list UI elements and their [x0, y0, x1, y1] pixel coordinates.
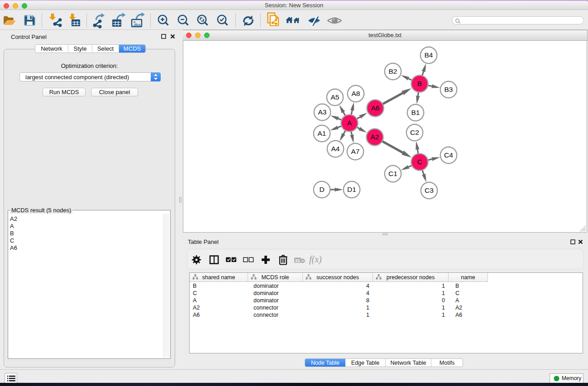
svg-text:A1: A1: [318, 129, 326, 137]
svg-text:A5: A5: [331, 93, 339, 101]
svg-text:A7: A7: [351, 148, 360, 155]
svg-text:C3: C3: [425, 186, 434, 194]
svg-text:D: D: [319, 186, 324, 193]
svg-text:C2: C2: [410, 129, 419, 136]
svg-text:A6: A6: [371, 104, 380, 112]
svg-text:B1: B1: [411, 109, 420, 116]
svg-text:A3: A3: [318, 108, 327, 116]
svg-text:A: A: [347, 119, 352, 127]
svg-text:C1: C1: [388, 170, 397, 177]
svg-text:A4: A4: [331, 145, 340, 152]
svg-text:C: C: [417, 158, 422, 166]
svg-text:C4: C4: [444, 151, 453, 159]
svg-text:B: B: [417, 80, 422, 87]
svg-text:B3: B3: [445, 86, 453, 93]
svg-text:A2: A2: [371, 133, 379, 141]
svg-text:B2: B2: [389, 67, 397, 75]
svg-text:B4: B4: [425, 51, 433, 59]
svg-text:D1: D1: [347, 186, 356, 193]
svg-text:A8: A8: [352, 90, 360, 97]
